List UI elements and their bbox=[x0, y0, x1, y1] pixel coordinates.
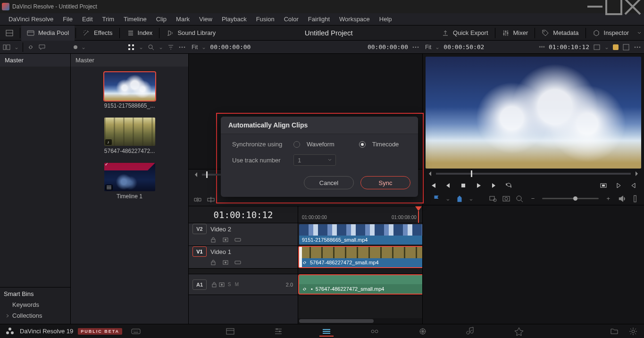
link-icon[interactable] bbox=[27, 43, 34, 51]
sort-icon[interactable] bbox=[167, 43, 175, 51]
effects-button[interactable]: Effects bbox=[77, 25, 118, 41]
step-back-icon[interactable] bbox=[444, 182, 452, 189]
solo-icon[interactable]: S bbox=[226, 281, 233, 288]
lock-icon[interactable] bbox=[209, 259, 217, 266]
auto-select-icon[interactable] bbox=[222, 259, 229, 266]
clip-thumb[interactable]: Timeline 1 bbox=[104, 163, 155, 200]
source-viewer[interactable]: Automatically Align Clips Synchronize us… bbox=[189, 54, 422, 169]
track-badge[interactable]: V1 bbox=[192, 246, 207, 257]
menu-clip[interactable]: Clip bbox=[151, 16, 171, 23]
waveform-radio[interactable] bbox=[293, 141, 300, 148]
zoom-custom-icon[interactable] bbox=[515, 194, 524, 203]
minimize-button[interactable] bbox=[585, 0, 604, 13]
track-header-v1[interactable]: V1 Video 1 bbox=[189, 246, 298, 269]
mark-in-icon[interactable] bbox=[615, 182, 622, 189]
track-a1[interactable]: • 57647-486227472_small.mp4 bbox=[298, 274, 422, 295]
page-fairlight-icon[interactable] bbox=[466, 326, 476, 337]
lock-icon[interactable] bbox=[209, 236, 217, 244]
source-zoom-label[interactable]: Fit bbox=[192, 44, 198, 51]
page-deliver-icon[interactable] bbox=[514, 326, 524, 337]
pool-path[interactable]: Master bbox=[71, 54, 188, 67]
track-badge[interactable]: A1 bbox=[192, 279, 207, 290]
index-button[interactable]: Index bbox=[121, 25, 159, 41]
track-v2[interactable]: 9151-217588665_small.mp4 bbox=[298, 223, 422, 246]
more-icon[interactable] bbox=[178, 43, 186, 51]
program-viewer[interactable] bbox=[423, 54, 644, 169]
match-frame-icon[interactable] bbox=[600, 182, 607, 189]
menu-help[interactable]: Help bbox=[375, 16, 397, 23]
page-cut-icon[interactable] bbox=[273, 326, 284, 337]
safe-area-icon[interactable] bbox=[593, 43, 601, 51]
mark-out-icon[interactable] bbox=[630, 182, 637, 189]
maximize-button[interactable] bbox=[604, 0, 623, 13]
menu-playback[interactable]: Playback bbox=[217, 16, 251, 23]
track-badge[interactable]: V2 bbox=[192, 224, 207, 234]
mixer-button[interactable]: Mixer bbox=[496, 25, 534, 41]
timeline-clip[interactable]: 9151-217588665_small.mp4 bbox=[299, 224, 422, 245]
metadata-button[interactable]: Metadata bbox=[536, 25, 584, 41]
menu-color[interactable]: Color bbox=[279, 16, 303, 23]
clip-edge-in[interactable] bbox=[299, 247, 302, 267]
menu-davinci[interactable]: DaVinci Resolve bbox=[4, 16, 58, 23]
visible-icon[interactable] bbox=[234, 259, 242, 266]
media-pool-button[interactable]: Media Pool bbox=[21, 25, 75, 41]
program-zoom-label[interactable]: Fit bbox=[425, 44, 431, 51]
expand-icon[interactable] bbox=[622, 43, 630, 51]
menu-file[interactable]: File bbox=[58, 16, 77, 23]
topbar-overflow-button[interactable] bbox=[635, 31, 644, 35]
sync-button[interactable]: Sync bbox=[360, 176, 410, 189]
menu-mark[interactable]: Mark bbox=[171, 16, 194, 23]
menu-edit[interactable]: Edit bbox=[77, 16, 97, 23]
source-more-icon[interactable] bbox=[412, 43, 419, 51]
page-fusion-icon[interactable] bbox=[369, 326, 380, 337]
overwrite-icon[interactable] bbox=[207, 195, 215, 204]
playhead-icon[interactable] bbox=[415, 206, 422, 211]
sound-library-button[interactable]: Sound Library bbox=[160, 25, 221, 41]
close-button[interactable] bbox=[623, 0, 642, 13]
menu-timeline[interactable]: Timeline bbox=[119, 16, 151, 23]
project-settings-icon[interactable] bbox=[628, 326, 638, 337]
search-icon[interactable] bbox=[147, 43, 155, 51]
clip-thumb[interactable]: 9151-217588665_... bbox=[104, 72, 155, 109]
audio-monitor-icon[interactable] bbox=[618, 194, 626, 203]
play-icon[interactable] bbox=[475, 182, 482, 189]
panel-layout-icon[interactable] bbox=[3, 43, 10, 51]
menu-fusion[interactable]: Fusion bbox=[251, 16, 279, 23]
insert-icon[interactable] bbox=[193, 195, 202, 204]
timeline-scrollbar[interactable] bbox=[298, 318, 422, 324]
program-scrub-bar[interactable] bbox=[423, 169, 644, 179]
timecode-radio[interactable] bbox=[359, 141, 366, 148]
clip-color-swatch[interactable] bbox=[613, 44, 619, 50]
smart-bins-header[interactable]: Smart Bins bbox=[4, 290, 67, 297]
mute-icon[interactable]: M bbox=[233, 281, 241, 288]
visible-icon[interactable] bbox=[234, 236, 242, 244]
cancel-button[interactable]: Cancel bbox=[304, 176, 354, 189]
lock-icon[interactable] bbox=[210, 281, 218, 288]
waveform-label[interactable]: Waveform bbox=[307, 141, 335, 148]
bin-master[interactable]: Master bbox=[0, 54, 70, 67]
page-color-icon[interactable] bbox=[418, 326, 428, 337]
timeline-clip[interactable]: 57647-486227472_small.mp4 bbox=[299, 247, 422, 267]
chat-icon[interactable] bbox=[38, 43, 46, 51]
timeline-tracks[interactable]: 01:00:00:00 01:00:08:00 01:00:16:00 01:0… bbox=[298, 206, 422, 324]
auto-select-icon[interactable] bbox=[218, 281, 226, 288]
zoom-fit-icon[interactable] bbox=[502, 194, 510, 203]
layout-button[interactable] bbox=[0, 25, 19, 41]
inspector-button[interactable]: Inspector bbox=[587, 25, 635, 41]
page-edit-icon[interactable] bbox=[321, 326, 332, 337]
timeline-ruler[interactable]: 01:00:00:00 01:00:08:00 01:00:16:00 01:0… bbox=[298, 206, 422, 223]
menu-trim[interactable]: Trim bbox=[98, 16, 119, 23]
meters-icon[interactable] bbox=[631, 194, 639, 203]
step-fwd-icon[interactable] bbox=[490, 182, 497, 189]
timeline-audio-clip[interactable]: • 57647-486227472_small.mp4 bbox=[299, 275, 422, 294]
smartbin-keywords[interactable]: Keywords bbox=[4, 299, 67, 310]
track-header-a1[interactable]: A1 S M 2.0 bbox=[189, 274, 298, 295]
auto-select-icon[interactable] bbox=[222, 236, 229, 244]
menu-workspace[interactable]: Workspace bbox=[335, 16, 375, 23]
grid-view-icon[interactable] bbox=[127, 43, 135, 51]
quick-export-button[interactable]: Quick Export bbox=[436, 25, 493, 41]
loop-icon[interactable] bbox=[505, 182, 512, 189]
record-icon[interactable] bbox=[74, 45, 77, 49]
project-manager-icon[interactable] bbox=[609, 326, 619, 337]
track-header-v2[interactable]: V2 Video 2 bbox=[189, 223, 298, 246]
